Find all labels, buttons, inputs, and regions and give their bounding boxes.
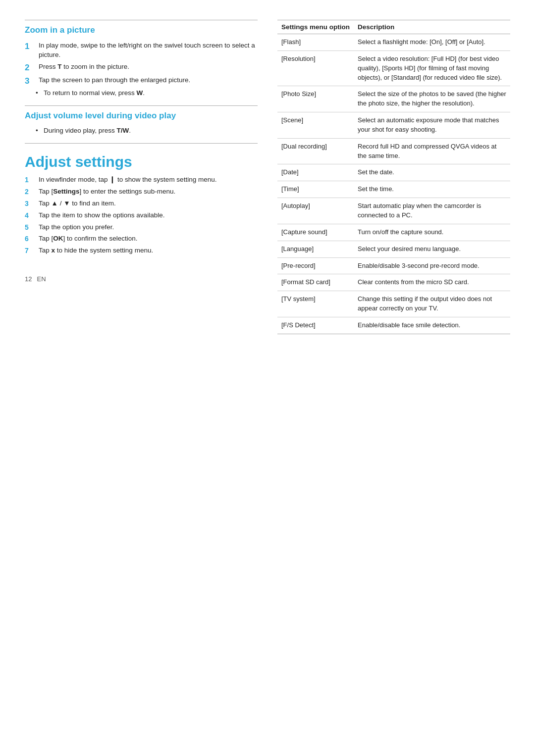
table-cell-description: Select a video resolution: [Full HD] (fo… [354, 50, 510, 86]
zoom-steps: 1 In play mode, swipe to the left/right … [25, 41, 258, 87]
table-row: [Date]Set the date. [277, 164, 510, 181]
settings-step-5-text: Tap the option you prefer. [39, 223, 114, 232]
table-row: [Format SD card]Clear contents from the … [277, 274, 510, 291]
table-cell-option: [TV system] [277, 291, 354, 317]
zoom-step-3-text: Tap the screen to pan through the enlarg… [39, 76, 190, 85]
bullet-dot: • [36, 89, 42, 97]
volume-title: Adjust volume level during video play [25, 111, 258, 123]
step-num-1: 1 [25, 41, 36, 52]
table-cell-description: Enable/disable face smile detection. [354, 317, 510, 334]
table-cell-option: [Scene] [277, 112, 354, 139]
settings-big-title: Adjust settings [25, 153, 258, 170]
table-header-description: Description [354, 20, 510, 34]
top-divider [25, 20, 258, 20]
zoom-section: Zoom in a picture 1 In play mode, swipe … [25, 20, 258, 97]
settings-step-4-text: Tap the item to show the options availab… [39, 211, 164, 220]
s-num-2: 2 [25, 187, 36, 196]
table-cell-option: [Flash] [277, 34, 354, 51]
s-num-3: 3 [25, 199, 36, 208]
table-cell-description: Select the size of the photos to be save… [354, 86, 510, 112]
volume-bullet-1-text: During video play, press T/W. [44, 127, 131, 134]
volume-bullets: • During video play, press T/W. [36, 127, 258, 134]
table-row: [F/S Detect]Enable/disable face smile de… [277, 317, 510, 334]
s-num-5: 5 [25, 223, 36, 232]
zoom-bullet-1-text: To return to normal view, press W. [44, 89, 145, 97]
table-row: [Pre-record]Enable/disable 3-second pre-… [277, 257, 510, 274]
zoom-step-2-text: Press T to zoom in the picture. [39, 62, 129, 72]
settings-step-1-text: In viewfinder mode, tap ❙ to show the sy… [39, 175, 216, 185]
zoom-step-2: 2 Press T to zoom in the picture. [25, 62, 258, 73]
table-row: [Capture sound]Turn on/off the capture s… [277, 224, 510, 241]
page-footer: 12 EN [25, 275, 258, 283]
settings-step-3-text: Tap ▲ / ▼ to find an item. [39, 199, 116, 208]
settings-step-5: 5 Tap the option you prefer. [25, 223, 258, 232]
table-cell-description: Select a flashlight mode: [On], [Off] or… [354, 34, 510, 51]
settings-steps: 1 In viewfinder mode, tap ❙ to show the … [25, 175, 258, 255]
settings-divider [25, 143, 258, 144]
page-layout: Zoom in a picture 1 In play mode, swipe … [25, 20, 510, 334]
left-column: Zoom in a picture 1 In play mode, swipe … [25, 20, 258, 283]
table-cell-option: [Photo Size] [277, 86, 354, 112]
zoom-step-1-text: In play mode, swipe to the left/right on… [39, 41, 258, 60]
table-row: [Scene]Select an automatic exposure mode… [277, 112, 510, 139]
settings-step-7-text: Tap x to hide the system setting menu. [39, 246, 153, 255]
volume-bullet-dot: • [36, 127, 42, 134]
table-cell-description: Select an automatic exposure mode that m… [354, 112, 510, 139]
table-cell-description: Change this setting if the output video … [354, 291, 510, 317]
settings-step-2: 2 Tap [Settings] to enter the settings s… [25, 187, 258, 197]
right-column: Settings menu option Description [Flash]… [277, 20, 510, 334]
table-row: [Time]Set the time. [277, 181, 510, 198]
table-cell-option: [Language] [277, 241, 354, 257]
table-cell-description: Clear contents from the micro SD card. [354, 274, 510, 291]
table-cell-option: [Capture sound] [277, 224, 354, 241]
settings-step-6-text: Tap [OK] to confirm the selection. [39, 234, 138, 244]
table-cell-option: [Pre-record] [277, 257, 354, 274]
zoom-bullet-1: • To return to normal view, press W. [36, 89, 258, 97]
settings-step-1: 1 In viewfinder mode, tap ❙ to show the … [25, 175, 258, 185]
table-cell-option: [Time] [277, 181, 354, 198]
zoom-bullets: • To return to normal view, press W. [36, 89, 258, 97]
table-cell-description: Enable/disable 3-second pre-record mode. [354, 257, 510, 274]
s-num-6: 6 [25, 234, 36, 243]
s-num-1: 1 [25, 175, 36, 184]
table-cell-description: Select your desired menu language. [354, 241, 510, 257]
table-cell-option: [Dual recording] [277, 138, 354, 164]
table-row: [Photo Size]Select the size of the photo… [277, 86, 510, 112]
table-cell-option: [F/S Detect] [277, 317, 354, 334]
settings-step-2-text: Tap [Settings] to enter the settings sub… [39, 187, 175, 197]
zoom-title: Zoom in a picture [25, 25, 258, 37]
table-row: [Autoplay]Start automatic play when the … [277, 198, 510, 224]
table-cell-option: [Autoplay] [277, 198, 354, 224]
table-cell-description: Set the date. [354, 164, 510, 181]
table-row: [TV system]Change this setting if the ou… [277, 291, 510, 317]
table-cell-description: Record full HD and compressed QVGA video… [354, 138, 510, 164]
s-num-7: 7 [25, 246, 36, 255]
table-row: [Language]Select your desired menu langu… [277, 241, 510, 257]
table-header-option: Settings menu option [277, 20, 354, 34]
settings-step-4: 4 Tap the item to show the options avail… [25, 211, 258, 220]
table-row: [Dual recording]Record full HD and compr… [277, 138, 510, 164]
table-row: [Flash]Select a flashlight mode: [On], [… [277, 34, 510, 51]
step-num-3: 3 [25, 76, 36, 87]
settings-step-7: 7 Tap x to hide the system setting menu. [25, 246, 258, 255]
table-cell-description: Turn on/off the capture sound. [354, 224, 510, 241]
s-num-4: 4 [25, 211, 36, 220]
table-cell-option: [Date] [277, 164, 354, 181]
zoom-step-3: 3 Tap the screen to pan through the enla… [25, 76, 258, 87]
page-lang: EN [37, 275, 46, 283]
zoom-step-1: 1 In play mode, swipe to the left/right … [25, 41, 258, 60]
settings-step-3: 3 Tap ▲ / ▼ to find an item. [25, 199, 258, 208]
settings-section: Adjust settings 1 In viewfinder mode, ta… [25, 143, 258, 255]
settings-step-6: 6 Tap [OK] to confirm the selection. [25, 234, 258, 244]
volume-section: Adjust volume level during video play • … [25, 105, 258, 134]
page-number: 12 [25, 275, 32, 283]
volume-divider [25, 105, 258, 106]
table-cell-description: Start automatic play when the camcorder … [354, 198, 510, 224]
settings-table: Settings menu option Description [Flash]… [277, 20, 510, 334]
table-cell-description: Set the time. [354, 181, 510, 198]
table-cell-option: [Format SD card] [277, 274, 354, 291]
table-cell-option: [Resolution] [277, 50, 354, 86]
volume-bullet-1: • During video play, press T/W. [36, 127, 258, 134]
table-row: [Resolution]Select a video resolution: [… [277, 50, 510, 86]
step-num-2: 2 [25, 62, 36, 73]
